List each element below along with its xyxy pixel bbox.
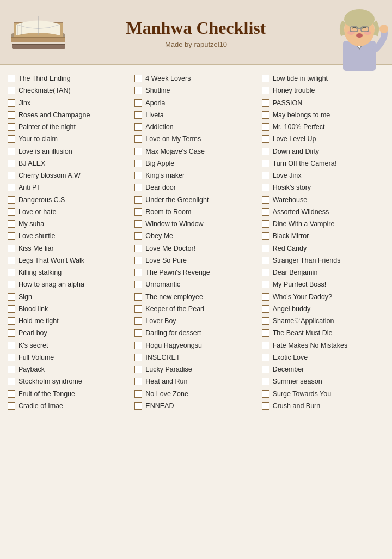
checkbox[interactable] xyxy=(134,99,142,107)
checkbox[interactable] xyxy=(134,293,142,301)
checkbox[interactable] xyxy=(8,208,15,216)
checkbox[interactable] xyxy=(8,184,15,191)
checkbox[interactable] xyxy=(262,172,270,179)
list-item: Addiction xyxy=(134,123,257,131)
checkbox[interactable] xyxy=(262,196,270,204)
checkbox[interactable] xyxy=(8,135,15,143)
item-label: Fruit of the Tongue xyxy=(19,390,75,398)
checkbox[interactable] xyxy=(8,269,15,276)
checkbox[interactable] xyxy=(8,99,15,107)
checkbox[interactable] xyxy=(262,99,270,107)
checkbox[interactable] xyxy=(134,135,142,143)
checkbox[interactable] xyxy=(262,317,270,325)
checkbox[interactable] xyxy=(8,172,15,179)
checkbox[interactable] xyxy=(262,75,270,82)
checkbox[interactable] xyxy=(262,305,270,313)
checkbox[interactable] xyxy=(134,184,142,191)
checkbox[interactable] xyxy=(8,366,15,373)
item-label: The Beast Must Die xyxy=(273,329,333,337)
checkbox[interactable] xyxy=(134,402,142,410)
list-item: Aporia xyxy=(134,99,257,107)
checkbox[interactable] xyxy=(262,135,270,143)
item-label: Love or hate xyxy=(19,208,57,216)
checkbox[interactable] xyxy=(262,378,270,385)
checkbox[interactable] xyxy=(134,269,142,276)
checkbox[interactable] xyxy=(8,123,15,131)
checkbox[interactable] xyxy=(262,208,270,216)
checkbox[interactable] xyxy=(134,196,142,204)
checkbox[interactable] xyxy=(8,354,15,361)
checkbox[interactable] xyxy=(262,402,270,410)
checkbox[interactable] xyxy=(262,87,270,94)
checkbox[interactable] xyxy=(8,390,15,398)
checkbox[interactable] xyxy=(262,232,270,240)
checkbox[interactable] xyxy=(134,329,142,337)
checkbox[interactable] xyxy=(134,148,142,155)
svg-point-13 xyxy=(344,9,375,29)
checkbox[interactable] xyxy=(134,354,142,361)
page-subtitle: Made by raputzel10 xyxy=(126,40,266,48)
checkbox[interactable] xyxy=(8,87,15,94)
checkbox[interactable] xyxy=(262,184,270,191)
checkbox[interactable] xyxy=(8,378,15,385)
checkbox[interactable] xyxy=(262,245,270,252)
checkbox[interactable] xyxy=(8,111,15,119)
checkbox[interactable] xyxy=(134,75,142,82)
checkbox[interactable] xyxy=(8,232,15,240)
checkbox[interactable] xyxy=(134,317,142,325)
item-label: Pearl boy xyxy=(19,329,47,337)
checkbox[interactable] xyxy=(8,148,15,155)
checkbox[interactable] xyxy=(134,123,142,131)
checkbox[interactable] xyxy=(262,366,270,373)
checkbox[interactable] xyxy=(8,342,15,349)
checkbox[interactable] xyxy=(8,220,15,228)
checkbox[interactable] xyxy=(134,245,142,252)
checkbox[interactable] xyxy=(262,342,270,349)
checkbox[interactable] xyxy=(262,160,270,167)
checkbox[interactable] xyxy=(8,257,15,264)
checkbox[interactable] xyxy=(134,281,142,288)
item-label: Lover Boy xyxy=(145,317,176,325)
checkbox[interactable] xyxy=(134,220,142,228)
item-label: Addiction xyxy=(145,123,173,131)
checkbox[interactable] xyxy=(262,329,270,337)
item-label: The new employee xyxy=(145,293,203,301)
checkbox[interactable] xyxy=(134,257,142,264)
item-label: Love So Pure xyxy=(145,256,187,265)
checkbox[interactable] xyxy=(262,354,270,361)
checkbox[interactable] xyxy=(8,160,15,167)
checkbox[interactable] xyxy=(8,402,15,410)
checkbox[interactable] xyxy=(262,257,270,264)
checkbox[interactable] xyxy=(134,366,142,373)
checkbox[interactable] xyxy=(134,111,142,119)
checkbox[interactable] xyxy=(262,390,270,398)
checkbox[interactable] xyxy=(134,305,142,313)
checkbox[interactable] xyxy=(134,378,142,385)
checkbox[interactable] xyxy=(262,148,270,155)
checkbox[interactable] xyxy=(8,281,15,288)
checkbox[interactable] xyxy=(8,75,15,82)
checkbox[interactable] xyxy=(134,208,142,216)
list-item: Love Level Up xyxy=(262,135,384,143)
checkbox[interactable] xyxy=(134,342,142,349)
checkbox[interactable] xyxy=(8,329,15,337)
checkbox[interactable] xyxy=(8,305,15,313)
list-item: Under the Greenlight xyxy=(134,196,257,204)
checkbox[interactable] xyxy=(134,87,142,94)
checkbox[interactable] xyxy=(8,293,15,301)
checkbox[interactable] xyxy=(262,111,270,119)
checkbox[interactable] xyxy=(262,293,270,301)
checkbox[interactable] xyxy=(8,317,15,325)
checkbox[interactable] xyxy=(262,281,270,288)
checkbox[interactable] xyxy=(262,220,270,228)
checkbox[interactable] xyxy=(134,172,142,179)
checkbox[interactable] xyxy=(134,232,142,240)
checkbox[interactable] xyxy=(134,390,142,398)
checkbox[interactable] xyxy=(8,245,15,252)
checkbox[interactable] xyxy=(8,196,15,204)
list-item: King's maker xyxy=(134,171,257,180)
list-item: Room to Room xyxy=(134,208,257,216)
checkbox[interactable] xyxy=(134,160,142,167)
checkbox[interactable] xyxy=(262,269,270,276)
checkbox[interactable] xyxy=(262,123,270,131)
